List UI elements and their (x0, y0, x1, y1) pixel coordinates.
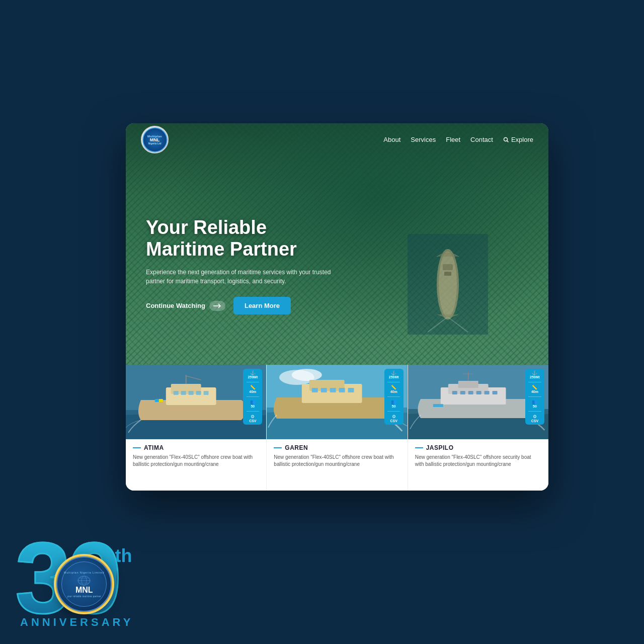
ship-info-garen: GAREN New generation "Flex-40SLC" offsho… (267, 439, 407, 473)
stat-crew-2: 👥 50 (386, 400, 402, 408)
navbar: Multiplan MNL Nigeria Ltd About Services… (126, 123, 548, 156)
stat-crew-3: 👥 50 (527, 400, 543, 408)
ship-name-dash-jaspilo (415, 447, 423, 448)
stat-crew-1: 👥 50 (245, 400, 261, 408)
svg-point-2 (439, 252, 457, 317)
hero-buttons: Continue Watching Learn More (146, 297, 337, 314)
stat-tonnage-1: ⚓ 259Mt (245, 371, 261, 379)
arrow-right-icon (209, 301, 225, 311)
nav-explore[interactable]: Explore (503, 136, 533, 143)
ship-name-dash-atima (133, 447, 141, 448)
stat-length-3: 📏 40m (527, 385, 543, 393)
svg-rect-22 (159, 399, 163, 402)
ship-card-garen: ⚓ 259Mt 📏 40m 👥 50 (267, 365, 408, 491)
company-logo[interactable]: Multiplan MNL Nigeria Ltd (141, 126, 169, 153)
ship-stats-garen: ⚓ 259Mt 📏 40m 👥 50 (384, 369, 404, 425)
stat-tonnage-3: ⚓ 259Mt (527, 371, 543, 379)
search-icon (503, 137, 509, 143)
ship-name-garen: GAREN (285, 444, 308, 451)
explore-label: Explore (511, 136, 533, 143)
svg-rect-46 (492, 391, 497, 394)
nav-contact[interactable]: Contact (470, 136, 493, 143)
nav-fleet[interactable]: Fleet (446, 136, 460, 143)
badge-tagline: your reliable maritime partner (67, 595, 101, 598)
ship-stats-jaspilo: ⚓ 259Mt 📏 40m 👥 50 (525, 369, 544, 425)
svg-point-5 (504, 137, 507, 141)
svg-rect-32 (330, 388, 336, 392)
ship-name-dash-garen (274, 447, 282, 448)
page-background: Multiplan MNL Nigeria Ltd About Services… (0, 0, 644, 644)
ships-section: ⚓ 259Mt 📏 40m 👥 50 (126, 365, 548, 491)
ship-info-jaspilo: JASPILO New generation "Flex-40SLC" offs… (408, 439, 548, 473)
badge-acronym: MNL (75, 586, 93, 594)
ship-aerial-view (408, 234, 488, 335)
logo-text: Multiplan MNL Nigeria Ltd (147, 135, 162, 145)
anniversary-30-text: 30 (15, 522, 117, 634)
stat-type-1: ⚙ CSV (245, 415, 261, 423)
svg-rect-42 (460, 391, 465, 394)
stat-length-2: 📏 40m (386, 385, 402, 393)
svg-point-26 (292, 369, 322, 381)
ship-name-atima: ATIMA (144, 444, 164, 451)
ship-name-row-jaspilo: JASPILO (415, 444, 541, 451)
svg-rect-44 (476, 391, 481, 394)
svg-rect-43 (468, 391, 473, 394)
learn-more-button[interactable]: Learn More (233, 297, 291, 314)
anniversary-number: 30 th Multiplan Nigeria Limited (15, 535, 117, 621)
svg-rect-31 (321, 388, 327, 392)
svg-rect-3 (443, 264, 453, 270)
badge-company-name: Multiplan Nigeria Limited (64, 571, 104, 574)
svg-rect-16 (189, 391, 194, 395)
anniversary-section: 30 th Multiplan Nigeria Limited (15, 535, 133, 629)
svg-rect-41 (452, 391, 457, 394)
ship-desc-atima: New generation "Flex-40SLC" offshore cre… (133, 454, 259, 468)
stat-tonnage-2: ⚓ 259Mt (386, 371, 402, 379)
nav-about[interactable]: About (383, 136, 400, 143)
ship-info-atima: ATIMA New generation "Flex-40SLC" offsho… (126, 439, 266, 473)
ship-name-jaspilo: JASPILO (426, 444, 454, 451)
hero-section: Multiplan MNL Nigeria Ltd About Services… (126, 123, 548, 365)
svg-rect-49 (433, 404, 443, 407)
anniversary-badge: Multiplan Nigeria Limited MNL your relia… (54, 554, 114, 614)
svg-rect-14 (174, 391, 179, 395)
globe-icon (76, 575, 92, 586)
svg-rect-18 (204, 391, 209, 395)
svg-point-51 (82, 576, 87, 585)
ship-desc-jaspilo: New generation "Flex-40SLC" offshore sec… (415, 454, 541, 468)
anniversary-th: th (115, 545, 132, 567)
browser-window: Multiplan MNL Nigeria Ltd About Services… (126, 123, 548, 491)
stat-type-2: ⚙ CSV (386, 415, 402, 423)
svg-point-50 (78, 576, 90, 585)
nav-links: About Services Fleet Contact Explore (383, 136, 533, 143)
svg-rect-21 (155, 399, 159, 402)
hero-title: Your Reliable Maritime Partner (146, 217, 337, 261)
ship-name-row-atima: ATIMA (133, 444, 259, 451)
ship-image-atima: ⚓ 259Mt 📏 40m 👥 50 (126, 365, 266, 439)
stat-length-1: 📏 40m (245, 385, 261, 393)
svg-rect-4 (444, 272, 451, 276)
svg-rect-17 (196, 391, 201, 395)
ship-stats-atima: ⚓ 259Mt 📏 40m 👥 50 (243, 369, 262, 425)
svg-rect-15 (181, 391, 186, 395)
ship-image-jaspilo: ⚓ 259Mt 📏 40m 👥 50 (408, 365, 548, 439)
svg-rect-45 (484, 391, 489, 394)
hero-subtitle: Experience the next generation of mariti… (146, 268, 337, 286)
badge-inner: Multiplan Nigeria Limited MNL your relia… (56, 556, 112, 612)
svg-line-6 (507, 140, 508, 142)
svg-rect-40 (458, 381, 478, 388)
continue-watching-button[interactable]: Continue Watching (146, 301, 225, 311)
svg-rect-34 (348, 388, 354, 392)
nav-services[interactable]: Services (411, 136, 436, 143)
svg-rect-30 (312, 388, 318, 392)
stat-type-3: ⚙ CSV (527, 415, 543, 423)
ship-card-atima: ⚓ 259Mt 📏 40m 👥 50 (126, 365, 267, 491)
hero-content: Your Reliable Maritime Partner Experienc… (146, 217, 337, 314)
ship-image-garen: ⚓ 259Mt 📏 40m 👥 50 (267, 365, 407, 439)
anniversary-label: ANNIVERSARY (20, 616, 133, 629)
svg-rect-33 (339, 388, 345, 392)
ship-card-jaspilo: ⚓ 259Mt 📏 40m 👥 50 (408, 365, 548, 491)
ship-name-row-garen: GAREN (274, 444, 400, 451)
ship-desc-garen: New generation "Flex-40SLC" offshore cre… (274, 454, 400, 468)
